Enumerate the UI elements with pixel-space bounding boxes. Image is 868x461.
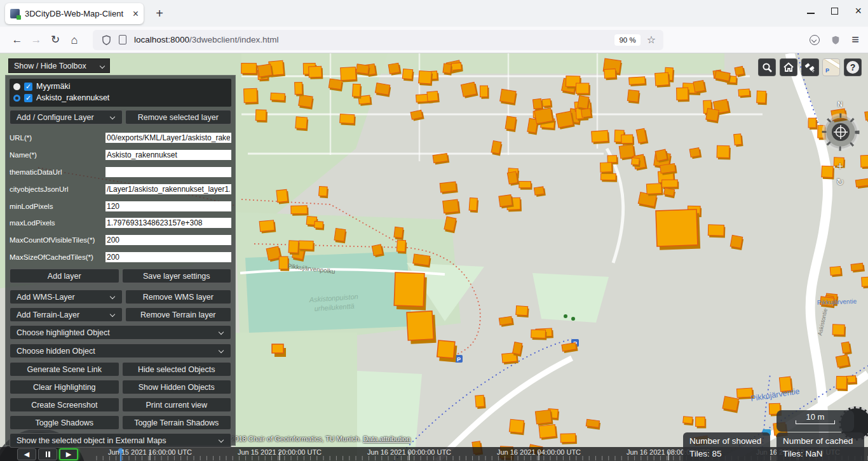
building[interactable]	[631, 158, 641, 167]
window-maximize-button[interactable]	[831, 8, 838, 15]
navigation-help-button[interactable]: ?	[844, 58, 862, 76]
building[interactable]	[480, 86, 489, 99]
building[interactable]	[730, 235, 744, 250]
building[interactable]	[722, 396, 740, 413]
building[interactable]	[241, 63, 258, 75]
page-info-icon[interactable]	[119, 35, 126, 44]
thematic-data-url-input[interactable]	[105, 167, 231, 177]
add-terrain-layer-dropdown[interactable]: Add Terrain-Layer	[10, 307, 123, 322]
tracking-shield-icon[interactable]	[102, 35, 111, 45]
building[interactable]	[334, 229, 347, 244]
building[interactable]	[356, 64, 370, 76]
building[interactable]	[509, 419, 525, 435]
building[interactable]	[291, 206, 309, 216]
building[interactable]	[299, 241, 315, 251]
building[interactable]	[402, 69, 414, 81]
building[interactable]	[407, 311, 437, 344]
building[interactable]	[655, 72, 670, 88]
building[interactable]	[505, 116, 518, 132]
max-size-cached-tiles-input[interactable]	[105, 252, 231, 262]
building[interactable]	[288, 241, 300, 255]
remove-wms-layer-button[interactable]: Remove WMS layer	[125, 290, 232, 304]
building[interactable]	[516, 306, 529, 317]
compass-widget[interactable]	[819, 110, 862, 154]
building[interactable]	[682, 417, 694, 426]
building[interactable]	[836, 354, 850, 369]
building[interactable]	[475, 395, 486, 409]
pocket-icon[interactable]	[810, 35, 820, 45]
building[interactable]	[600, 173, 617, 182]
building[interactable]	[560, 434, 577, 444]
building[interactable]	[440, 182, 458, 194]
reload-button[interactable]: ↻	[46, 30, 65, 50]
remove-selected-layer-button[interactable]: Remove selected layer	[125, 110, 232, 124]
building[interactable]	[717, 145, 731, 159]
building[interactable]	[394, 227, 405, 240]
layer-row-askisto[interactable]: ✓ Askisto_rakennukset	[13, 92, 227, 104]
building[interactable]	[851, 263, 865, 272]
print-current-view-button[interactable]: Print current view	[122, 398, 232, 412]
min-lod-pixels-input[interactable]	[105, 201, 231, 211]
new-tab-button[interactable]: +	[151, 6, 168, 22]
building[interactable]	[556, 111, 575, 130]
building[interactable]	[535, 410, 553, 425]
building[interactable]	[443, 199, 461, 215]
url-input[interactable]	[105, 133, 231, 143]
building[interactable]	[309, 66, 323, 79]
add-wms-layer-dropdown[interactable]: Add WMS-Layer	[10, 290, 123, 304]
building[interactable]	[427, 91, 440, 103]
cityobjects-json-url-input[interactable]	[105, 184, 231, 194]
choose-hidden-object-dropdown[interactable]: Choose hidden Object	[10, 344, 231, 358]
building[interactable]	[734, 134, 743, 147]
layer-radio-active[interactable]	[13, 95, 20, 102]
building[interactable]	[629, 77, 647, 87]
building[interactable]	[437, 340, 458, 362]
building[interactable]	[592, 130, 610, 144]
geocoder-search-button[interactable]	[758, 58, 776, 76]
building[interactable]	[705, 109, 720, 123]
building[interactable]	[314, 221, 324, 230]
building[interactable]	[656, 210, 700, 250]
show-hidden-objects-button[interactable]: Show Hidden Objects	[122, 380, 232, 394]
building[interactable]	[412, 254, 431, 267]
building[interactable]	[469, 197, 478, 213]
bookmark-star-icon[interactable]: ☆	[647, 34, 656, 46]
building[interactable]	[519, 182, 532, 190]
remove-terrain-layer-button[interactable]: Remove Terrain layer	[125, 307, 232, 322]
building[interactable]	[276, 189, 289, 204]
building[interactable]	[576, 83, 590, 95]
animation-play-button[interactable]: ▶	[59, 448, 78, 460]
home-view-button[interactable]	[780, 58, 797, 76]
building[interactable]	[604, 69, 618, 80]
animation-pause-button[interactable]	[38, 448, 57, 460]
building[interactable]	[443, 63, 453, 76]
building[interactable]	[341, 67, 358, 82]
scene-mode-picker-button[interactable]	[801, 58, 819, 76]
animation-rewind-button[interactable]: ◀	[17, 448, 36, 460]
max-lod-pixels-input[interactable]	[105, 218, 231, 228]
building[interactable]	[696, 417, 707, 429]
building[interactable]	[298, 95, 314, 109]
data-attribution-link[interactable]: Data attribution	[363, 435, 410, 443]
name-input[interactable]	[105, 150, 231, 160]
browser-tab[interactable]: 3DCityDB-Web-Map-Client ×	[5, 3, 144, 24]
extensions-shield-icon[interactable]	[831, 35, 840, 45]
page-zoom-indicator[interactable]: 90 %	[614, 34, 640, 46]
building[interactable]	[738, 89, 751, 98]
external-maps-dropdown[interactable]: Show the selected object in External Map…	[10, 433, 231, 448]
building[interactable]	[600, 163, 614, 174]
layer-radio[interactable]	[13, 83, 20, 90]
add-configure-layer-dropdown[interactable]: Add / Configure Layer	[10, 110, 123, 124]
building[interactable]	[586, 419, 601, 429]
building[interactable]	[340, 114, 356, 126]
building[interactable]	[677, 88, 689, 102]
building[interactable]	[271, 93, 287, 103]
url-bar[interactable]: localhost:8000/3dwebclient/index.html 90…	[93, 30, 663, 50]
building[interactable]	[499, 89, 517, 105]
generate-scene-link-button[interactable]: Generate Scene Link	[10, 362, 119, 377]
building[interactable]	[295, 117, 309, 131]
clear-highlighting-button[interactable]: Clear Highlighting	[10, 380, 119, 394]
layer-checkbox[interactable]: ✓	[24, 83, 32, 91]
layer-row-myyrmaki[interactable]: ✓ Myyrmäki	[13, 81, 227, 92]
building[interactable]	[352, 84, 362, 98]
